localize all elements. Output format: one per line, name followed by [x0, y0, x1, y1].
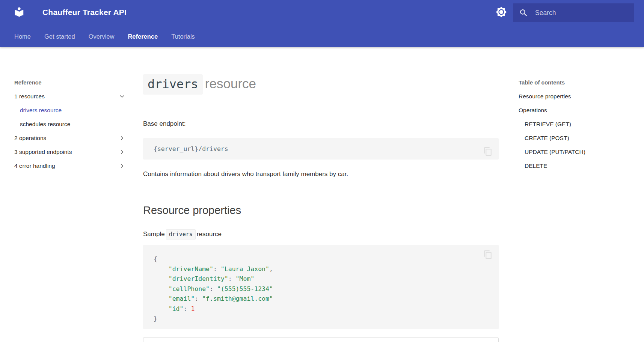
chevron-right-icon[interactable] — [119, 163, 125, 169]
tab-reference[interactable]: Reference — [128, 32, 158, 41]
toc-item-delete[interactable]: DELETE — [519, 162, 639, 170]
tab-get-started[interactable]: Get started — [44, 32, 75, 41]
app-header: Chauffeur Tracker API Home Get started O… — [0, 0, 644, 47]
search-input[interactable] — [535, 9, 628, 17]
endpoint-code: {server_url}/drivers — [154, 145, 228, 152]
sample-json-code-block: { "driverName": "Laura Jaxon", "driverId… — [143, 245, 499, 329]
sidebar-item-schedules-resource[interactable]: schedules resource — [14, 121, 124, 129]
tab-overview[interactable]: Overview — [89, 32, 115, 41]
site-title: Chauffeur Tracker API — [42, 7, 127, 18]
toc-title: Table of contents — [519, 79, 639, 87]
page-title-code: drivers — [143, 74, 203, 95]
endpoint-code-block: {server_url}/drivers — [143, 138, 499, 160]
theme-toggle-brightness-icon[interactable] — [496, 6, 508, 18]
sidebar-section-title: Reference — [14, 79, 124, 87]
site-logo-icon[interactable] — [14, 6, 25, 18]
resource-description: Contains information about drivers who t… — [143, 170, 499, 179]
chevron-right-icon[interactable] — [119, 135, 125, 142]
chevron-down-icon[interactable] — [119, 93, 125, 100]
toc-item-retrieve-get[interactable]: RETRIEVE (GET) — [519, 121, 639, 129]
chevron-right-icon[interactable] — [119, 149, 125, 155]
toc-item-operations[interactable]: Operations — [519, 107, 639, 115]
sidebar-item-resources[interactable]: 1 resources — [14, 93, 124, 101]
inline-code-drivers: drivers — [166, 229, 196, 240]
tab-home[interactable]: Home — [14, 32, 31, 41]
properties-table — [143, 337, 499, 342]
sidebar-item-error-handling[interactable]: 4 error handling — [14, 162, 124, 170]
toc-item-resource-properties[interactable]: Resource properties — [519, 93, 639, 101]
section-heading-resource-properties: Resource properties — [143, 203, 499, 218]
page-title: driversresource — [143, 72, 499, 96]
api-docs-page: Chauffeur Tracker API Home Get started O… — [0, 0, 644, 342]
copy-icon[interactable] — [483, 143, 493, 153]
page-title-text: resource — [205, 76, 256, 91]
copy-icon[interactable] — [483, 250, 493, 259]
sidebar-item-drivers-resource[interactable]: drivers resource — [14, 107, 124, 115]
primary-nav-tabs: Home Get started Overview Reference Tuto… — [14, 32, 195, 41]
toc-item-create-post[interactable]: CREATE (POST) — [519, 134, 639, 143]
toc-item-update-put-patch[interactable]: UPDATE (PUT/PATCH) — [519, 148, 639, 157]
base-endpoint-label: Base endpoint: — [143, 119, 499, 128]
sample-resource-label: Sampledriversresource — [143, 230, 499, 239]
json-code: { "driverName": "Laura Jaxon", "driverId… — [154, 254, 488, 324]
tab-tutorials[interactable]: Tutorials — [171, 32, 195, 41]
sidebar-item-supported-endpoints[interactable]: 3 supported endpoints — [14, 148, 124, 157]
sidebar-item-operations[interactable]: 2 operations — [14, 134, 124, 143]
search-icon — [519, 8, 528, 18]
search-bar[interactable] — [513, 3, 634, 22]
